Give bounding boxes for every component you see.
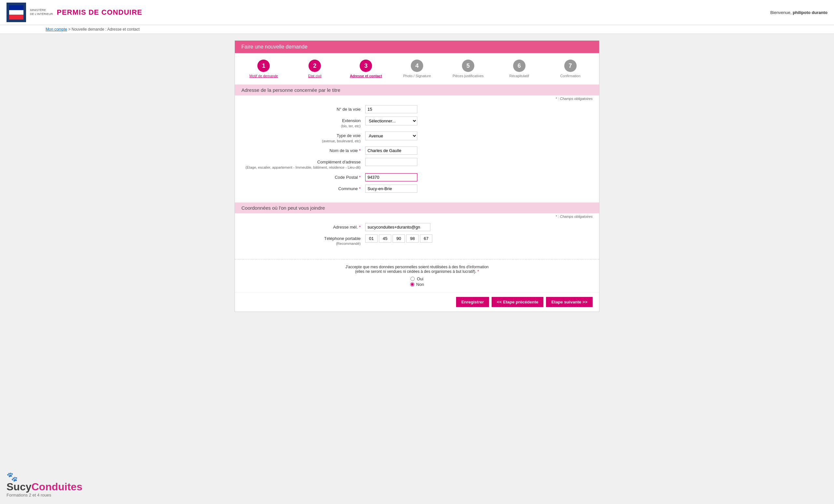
step-5-label: Pièces justificatives [453,74,483,78]
extension-row: Extension (bis, ter, etc) Sélectionner..… [241,117,593,128]
complement-row: Complément d'adresse (Etage, escalier, a… [241,158,593,169]
contact-section: Coordonnées où l'on peut vous joindre * … [235,203,599,256]
phone-part-2[interactable] [379,234,391,243]
consent-oui-option[interactable]: Oui [411,276,423,281]
step-1: 1 Motif de demande [238,60,289,78]
steps-progress: 1 Motif de demande 2 Etat civil 3 Adress… [235,53,599,85]
numero-voie-row: N° de la voie [241,105,593,113]
step-4-label: Photo / Signature [403,74,431,78]
consent-non-radio[interactable] [410,282,414,287]
step-7: 7 Confirmation [545,60,596,78]
step-7-label: Confirmation [560,74,580,78]
contact-section-title: Coordonnées où l'on peut vous joindre [235,203,599,213]
breadcrumb: Mon compte > Nouvelle demande : Adresse … [0,25,834,34]
type-voie-label: Type de voie (avenue, boulevard, etc) [241,132,365,143]
email-row: Adresse mél. * [241,223,593,231]
welcome-message: Bienvenue, philipoto duranto [770,10,828,15]
page-title: Faire une nouvelle demande [235,41,599,53]
consent-oui-radio[interactable] [411,277,415,281]
ministry-label: MINISTÈRE DE L'INTÉRIEUR [30,8,53,16]
complement-label: Complément d'adresse (Etage, escalier, a… [241,158,365,169]
step-4: 4 Photo / Signature [392,60,443,78]
nom-voie-row: Nom de la voie * [241,146,593,155]
commune-label: Commune * [241,185,365,192]
phone-part-3[interactable] [393,234,405,243]
contact-form-body: Adresse mél. * Téléphone portable (Recom… [235,220,599,256]
phone-row: Téléphone portable (Recommandé) [241,234,593,246]
address-form-body: N° de la voie Extension (bis, ter, etc) … [235,102,599,203]
email-input[interactable] [365,223,430,231]
extension-select[interactable]: Sélectionner... bis ter quater [365,117,417,125]
nom-voie-label: Nom de la voie * [241,146,365,154]
complement-input[interactable] [365,158,417,166]
step-4-circle: 4 [411,60,423,72]
code-postal-row: Code Postal * [241,173,593,181]
step-2: 2 Etat civil [289,60,341,78]
phone-part-1[interactable] [365,234,378,243]
step-1-label: Motif de demande [249,74,278,78]
main-container: Faire une nouvelle demande 1 Motif de de… [235,40,599,312]
phone-part-5[interactable] [420,234,432,243]
app-title: PERMIS DE CONDUIRE [57,8,142,17]
step-6-circle: 6 [513,60,526,72]
step-3-circle: 3 [360,60,372,72]
consent-section: J'accepte que mes données personnelles s… [235,259,599,292]
step-5-circle: 5 [462,60,474,72]
previous-button[interactable]: << Etape précédente [491,297,543,307]
type-voie-select[interactable]: Avenue Rue Boulevard Impasse Allée Chemi… [365,132,417,140]
address-section: Adresse de la personne concernée par le … [235,85,599,203]
nom-voie-input[interactable] [365,146,417,155]
step-7-circle: 7 [564,60,577,72]
phone-part-4[interactable] [406,234,419,243]
button-bar: Enregistrer << Etape précédente Etape su… [235,292,599,312]
required-note-contact: * : Champs obligatoires [235,213,599,220]
breadcrumb-account-link[interactable]: Mon compte [46,27,67,31]
next-button[interactable]: Etape suivante >> [546,297,593,307]
code-postal-input[interactable] [365,173,417,181]
french-flag-icon [9,5,23,20]
header-left: MINISTÈRE DE L'INTÉRIEUR PERMIS DE CONDU… [6,3,142,22]
commune-input[interactable] [365,185,417,193]
header: MINISTÈRE DE L'INTÉRIEUR PERMIS DE CONDU… [0,0,834,25]
username: philipoto duranto [793,10,828,15]
breadcrumb-current: Nouvelle demande : Adresse et contact [72,27,140,31]
logo-box [6,3,26,22]
step-2-label: Etat civil [308,74,322,78]
commune-row: Commune * [241,185,593,193]
code-postal-label: Code Postal * [241,173,365,180]
extension-label: Extension (bis, ter, etc) [241,117,365,128]
save-button[interactable]: Enregistrer [456,297,489,307]
step-2-circle: 2 [308,60,321,72]
numero-voie-input[interactable] [365,105,417,113]
consent-non-option[interactable]: Non [410,282,424,287]
phone-label: Téléphone portable (Recommandé) [241,234,365,246]
address-section-title: Adresse de la personne concernée par le … [235,85,599,95]
required-note-address: * : Champs obligatoires [235,95,599,102]
step-3-label: Adresse et contact [350,74,382,78]
email-label: Adresse mél. * [241,223,365,230]
numero-voie-label: N° de la voie [241,105,365,112]
consent-radio-group: Oui Non [241,276,593,287]
step-1-circle: 1 [257,60,270,72]
step-3: 3 Adresse et contact [341,60,392,78]
step-6: 6 Récapitulatif [493,60,545,78]
step-5: 5 Pièces justificatives [442,60,493,78]
phone-group [365,234,432,243]
step-6-label: Récapitulatif [509,74,529,78]
type-voie-row: Type de voie (avenue, boulevard, etc) Av… [241,132,593,143]
consent-text: J'accepte que mes données personnelles s… [241,265,593,274]
